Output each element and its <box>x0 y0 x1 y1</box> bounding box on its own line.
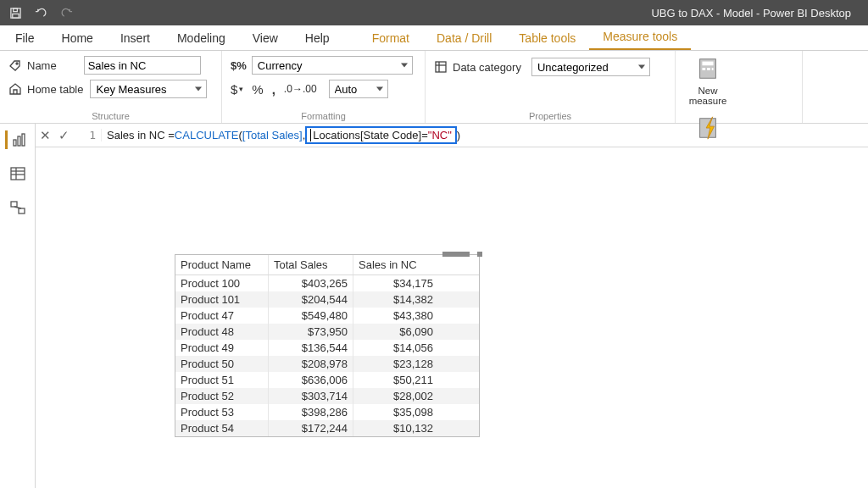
table-rows: Product 100$403,265$34,175 Product 101$2… <box>175 275 479 436</box>
hometable-select[interactable]: Key Measures <box>90 80 207 98</box>
report-view-button[interactable] <box>5 130 27 149</box>
table-row: Product 53$398,286$35,098 <box>175 404 479 420</box>
tab-format[interactable]: Format <box>359 26 423 50</box>
group-label-structure: Structure <box>8 111 213 123</box>
window-title: UBG to DAX - Model - Power BI Desktop <box>73 7 868 19</box>
svg-rect-13 <box>14 140 16 146</box>
table-row: Product 51$636,006$50,211 <box>175 372 479 388</box>
tab-table-tools[interactable]: Table tools <box>505 26 589 50</box>
tab-modeling[interactable]: Modeling <box>164 26 239 50</box>
svg-rect-9 <box>702 68 705 70</box>
format-select[interactable]: Currency <box>252 56 413 75</box>
svg-rect-20 <box>11 202 17 207</box>
group-label-formatting: Formatting <box>231 111 416 123</box>
tab-file[interactable]: File <box>2 26 48 50</box>
name-icon <box>8 58 22 72</box>
formula-bar[interactable]: ✕ ✓ 1 Sales in NC = CALCULATE ( [Total S… <box>36 124 868 147</box>
new-measure-button[interactable]: New measure <box>684 56 732 107</box>
svg-rect-11 <box>712 68 714 70</box>
hometable-label: Home table <box>27 83 83 96</box>
tab-view[interactable]: View <box>239 26 292 50</box>
datacategory-select[interactable]: Uncategorized <box>531 58 650 76</box>
percent-button[interactable]: % <box>252 82 263 97</box>
ribbon: Name Home table Key Measures Structure $… <box>0 51 868 124</box>
decimal-places-select[interactable]: Auto <box>329 80 388 98</box>
svg-line-22 <box>14 207 21 208</box>
table-row: Product 101$204,544$14,382 <box>175 291 479 308</box>
svg-rect-8 <box>702 62 713 66</box>
group-label-properties: Properties <box>434 111 666 123</box>
hometable-icon <box>8 82 22 96</box>
datacategory-icon <box>434 60 448 74</box>
svg-rect-2 <box>12 14 19 18</box>
comma-button[interactable]: , <box>272 82 275 97</box>
tab-measure-tools[interactable]: Measure tools <box>589 25 691 50</box>
svg-rect-14 <box>18 136 20 146</box>
svg-rect-16 <box>11 168 25 180</box>
group-calculations: New measure Quick measure Calculations <box>676 51 803 123</box>
report-canvas[interactable]: Product Name Total Sales Sales in NC Pro… <box>36 147 868 488</box>
table-header: Product Name Total Sales Sales in NC <box>175 255 479 275</box>
data-view-button[interactable] <box>7 164 29 183</box>
svg-rect-4 <box>436 62 446 72</box>
formula-highlight: Locations [State Code] = "NC" <box>305 126 457 144</box>
datacategory-label: Data category <box>453 61 521 74</box>
resize-handle-corner[interactable] <box>477 252 482 257</box>
commit-formula-icon[interactable]: ✓ <box>54 128 73 143</box>
format-prefix-icon: $% <box>231 59 247 72</box>
svg-rect-10 <box>707 68 710 70</box>
tab-home[interactable]: Home <box>48 26 107 50</box>
decimal-button[interactable]: .0→.00 <box>284 83 317 95</box>
svg-rect-1 <box>13 8 17 11</box>
table-row: Product 52$303,714$28,002 <box>175 388 479 404</box>
formula-expression[interactable]: Sales in NC = CALCULATE ( [Total Sales] … <box>107 126 460 144</box>
titlebar: UBG to DAX - Model - Power BI Desktop <box>0 0 868 25</box>
redo-icon[interactable] <box>59 6 73 19</box>
resize-handle-top[interactable] <box>442 252 470 257</box>
group-properties: Data category Uncategorized Properties <box>426 51 676 123</box>
tab-data-drill[interactable]: Data / Drill <box>423 26 505 50</box>
view-rail <box>0 124 36 488</box>
table-row: Product 50$208,978$23,128 <box>175 356 479 372</box>
group-formatting: $% Currency $ ▾ % , .0→.00 Auto Formatti… <box>222 51 426 123</box>
svg-rect-15 <box>22 134 25 146</box>
save-icon[interactable] <box>8 6 22 19</box>
table-row: Product 47$549,480$43,380 <box>175 308 479 324</box>
name-label: Name <box>27 59 57 72</box>
name-input[interactable] <box>84 56 201 75</box>
table-visual[interactable]: Product Name Total Sales Sales in NC Pro… <box>175 254 480 437</box>
ribbon-tabs: File Home Insert Modeling View Help Form… <box>0 25 868 51</box>
col-sales-in-nc[interactable]: Sales in NC <box>353 255 438 274</box>
svg-point-3 <box>16 63 18 64</box>
table-row: Product 54$172,244$10,132 <box>175 420 479 436</box>
col-total-sales[interactable]: Total Sales <box>269 255 353 274</box>
table-row: Product 49$136,544$14,056 <box>175 340 479 356</box>
col-product-name[interactable]: Product Name <box>175 255 269 274</box>
tab-insert[interactable]: Insert <box>107 26 164 50</box>
table-row: Product 48$73,950$6,090 <box>175 324 479 340</box>
table-row: Product 100$403,265$34,175 <box>175 275 479 291</box>
model-view-button[interactable] <box>7 198 29 217</box>
undo-icon[interactable] <box>34 6 47 19</box>
group-structure: Name Home table Key Measures Structure <box>0 51 222 123</box>
currency-button[interactable]: $ ▾ <box>231 82 243 97</box>
svg-rect-21 <box>19 208 25 214</box>
tab-help[interactable]: Help <box>292 26 343 50</box>
formula-line-number: 1 <box>81 129 102 141</box>
cancel-formula-icon[interactable]: ✕ <box>36 128 54 143</box>
